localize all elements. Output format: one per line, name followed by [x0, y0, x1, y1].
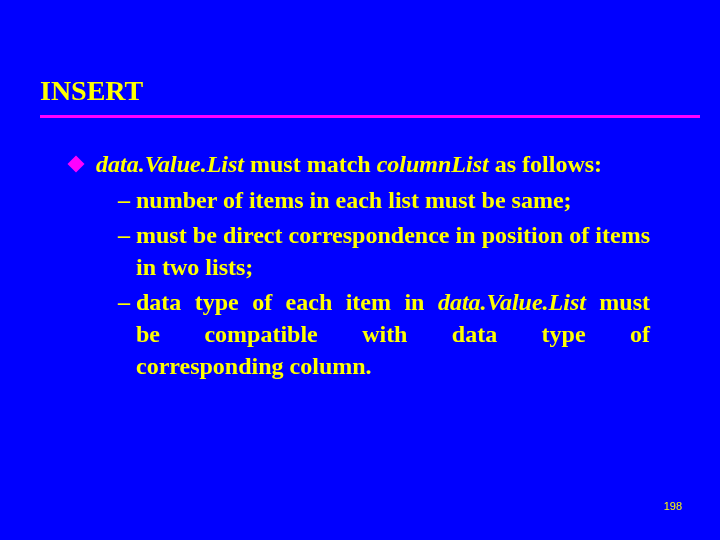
- sub-row: – number of items in each list must be s…: [118, 184, 650, 216]
- slide-title: INSERT: [40, 75, 680, 113]
- page-number: 198: [664, 500, 682, 512]
- dash-icon: –: [118, 286, 136, 318]
- dash-icon: –: [118, 184, 136, 216]
- sub3-line1: data type of each item in data.Value.Lis…: [136, 286, 650, 318]
- sub3-line2: be compatible with data type of: [136, 318, 650, 350]
- sub3-line3: corresponding column.: [136, 350, 650, 382]
- sub-row: – data type of each item in data.Value.L…: [118, 286, 650, 383]
- diamond-bullet-icon: [68, 156, 85, 173]
- dash-icon: –: [118, 219, 136, 251]
- sublist: – number of items in each list must be s…: [118, 184, 650, 382]
- sub-text-1: number of items in each list must be sam…: [136, 184, 650, 216]
- sub3-line1a: data type of each item in: [136, 289, 438, 315]
- lead-text: data.Value.List must match columnList as…: [96, 148, 650, 180]
- bullet-row: data.Value.List must match columnList as…: [70, 148, 650, 180]
- sub-text-2: must be direct correspondence in positio…: [136, 219, 650, 284]
- title-underline: [40, 115, 700, 118]
- lead-italic-1: data.Value.List: [96, 151, 244, 177]
- lead-italic-3: columnList: [377, 151, 489, 177]
- lead-plain-2: must match: [244, 151, 377, 177]
- sub-text-3: data type of each item in data.Value.Lis…: [136, 286, 650, 383]
- lead-plain-4: as follows:: [489, 151, 602, 177]
- title-block: INSERT: [40, 75, 680, 118]
- slide-content: data.Value.List must match columnList as…: [40, 148, 680, 383]
- sub3-line1c: must: [586, 289, 650, 315]
- slide: INSERT data.Value.List must match column…: [0, 0, 720, 540]
- sub3-line1b: data.Value.List: [438, 289, 586, 315]
- sub-row: – must be direct correspondence in posit…: [118, 219, 650, 284]
